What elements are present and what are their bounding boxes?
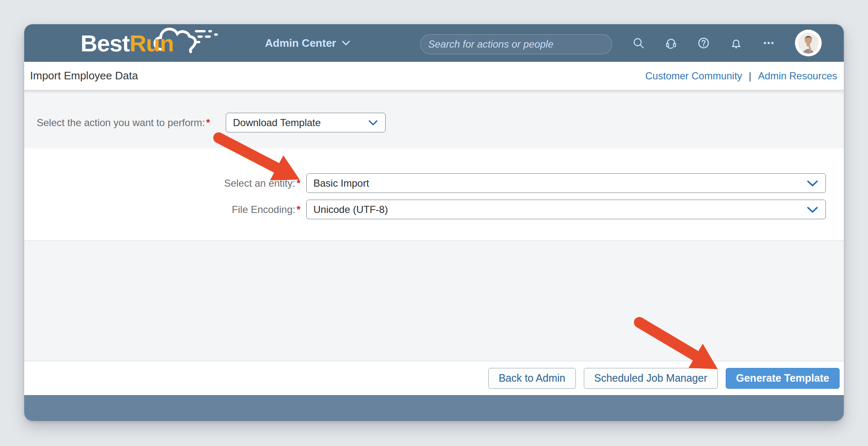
bestrun-logo: BestRun [81, 24, 174, 62]
action-label: Select the action you want to perform:* [37, 117, 210, 129]
link-separator: | [749, 70, 751, 82]
avatar[interactable] [795, 30, 822, 56]
admin-resources-link[interactable]: Admin Resources [758, 70, 837, 82]
scheduled-job-manager-button[interactable]: Scheduled Job Manager [584, 368, 718, 389]
entity-label: Select an entity:* [24, 177, 300, 189]
chevron-down-icon [807, 206, 818, 213]
back-to-admin-button[interactable]: Back to Admin [488, 368, 576, 389]
chevron-down-icon [807, 180, 818, 187]
avatar-photo [798, 33, 819, 53]
logo-text-run: Run [129, 30, 174, 57]
required-asterisk: * [297, 177, 300, 189]
required-asterisk: * [206, 117, 210, 128]
help-icon[interactable] [697, 37, 710, 49]
action-select[interactable]: Download Template [226, 113, 386, 132]
footer-toolbar: Back to Admin Scheduled Job Manager Gene… [24, 361, 844, 395]
entity-select-value: Basic Import [313, 177, 369, 189]
encoding-select-value: Unicode (UTF-8) [313, 204, 388, 215]
app-window: BestRun Admin Center [24, 24, 844, 421]
content-spacer [24, 240, 844, 361]
search-input[interactable] [428, 38, 604, 50]
admin-center-label: Admin Center [265, 37, 336, 50]
header-icon-row [632, 24, 822, 62]
action-select-value: Download Template [233, 117, 320, 129]
entity-select[interactable]: Basic Import [306, 173, 826, 193]
encoding-label: File Encoding:* [24, 204, 300, 215]
bell-icon[interactable] [730, 37, 742, 49]
top-header-bar: BestRun Admin Center [24, 24, 844, 62]
required-asterisk: * [297, 204, 300, 215]
logo-text-best: Best [81, 30, 129, 57]
headset-icon[interactable] [665, 37, 677, 49]
footer-bar [24, 395, 844, 421]
overflow-menu-icon[interactable] [762, 37, 775, 49]
subheader-links: Customer Community | Admin Resources [645, 70, 837, 82]
template-options-section: Select an entity:* Basic Import File Enc… [24, 148, 844, 240]
customer-community-link[interactable]: Customer Community [645, 70, 742, 82]
page-title: Import Employee Data [30, 69, 138, 82]
search-icon[interactable] [632, 37, 645, 49]
chevron-down-icon [342, 40, 350, 46]
action-section: Select the action you want to perform:* … [24, 90, 844, 148]
admin-center-menu[interactable]: Admin Center [265, 24, 350, 62]
chevron-down-icon [368, 120, 378, 126]
quick-search-input[interactable] [420, 34, 612, 54]
page-header: Import Employee Data Customer Community … [24, 62, 844, 90]
generate-template-button[interactable]: Generate Template [726, 368, 840, 389]
encoding-select[interactable]: Unicode (UTF-8) [306, 200, 826, 219]
